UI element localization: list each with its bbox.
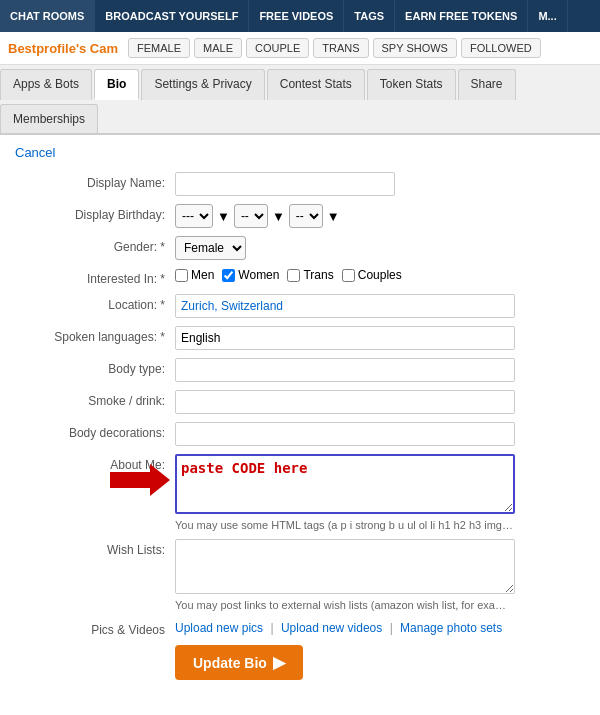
cat-btn-followed[interactable]: FOLLOWED (461, 38, 541, 58)
pics-videos-links: Upload new pics | Upload new videos | Ma… (175, 621, 502, 635)
birthday-sep1: ▼ (217, 209, 230, 224)
display-birthday-label: Display Birthday: (15, 204, 175, 222)
nav-more[interactable]: M... (528, 0, 567, 32)
upload-videos-link[interactable]: Upload new videos (281, 621, 382, 635)
interested-trans-label: Trans (303, 268, 333, 282)
update-bio-arrow-icon: ▶ (273, 653, 285, 672)
category-bar: Bestprofile's Cam FEMALE MALE COUPLE TRA… (0, 32, 600, 65)
smoke-drink-control (175, 390, 585, 414)
tab-token-stats[interactable]: Token Stats (367, 69, 456, 100)
body-type-row: Body type: (15, 358, 585, 382)
nav-tags[interactable]: TAGS (344, 0, 395, 32)
svg-marker-0 (110, 464, 170, 496)
cat-btn-male[interactable]: MALE (194, 38, 242, 58)
about-me-control: You may use some HTML tags (a p i strong… (175, 454, 585, 531)
nav-earn-free-tokens[interactable]: EARN FREE TOKENS (395, 0, 528, 32)
cat-btn-female[interactable]: FEMALE (128, 38, 190, 58)
nav-chat-rooms[interactable]: CHAT ROOMS (0, 0, 95, 32)
manage-photo-sets-link[interactable]: Manage photo sets (400, 621, 502, 635)
body-decorations-control (175, 422, 585, 446)
wish-lists-label: Wish Lists: (15, 539, 175, 557)
gender-control: Female Male (175, 236, 585, 260)
top-navigation: CHAT ROOMS BROADCAST YOURSELF FREE VIDEO… (0, 0, 600, 32)
spoken-languages-row: Spoken languages: * (15, 326, 585, 350)
pics-videos-label: Pics & Videos (15, 619, 175, 637)
location-input[interactable] (175, 294, 515, 318)
body-decorations-label: Body decorations: (15, 422, 175, 440)
body-decorations-input[interactable] (175, 422, 515, 446)
bio-form-content: Cancel Display Name: Display Birthday: -… (0, 135, 600, 690)
display-birthday-row: Display Birthday: --- ▼ -- ▼ -- ▼ (15, 204, 585, 228)
birthday-day-select[interactable]: -- (234, 204, 268, 228)
smoke-drink-input[interactable] (175, 390, 515, 414)
cat-btn-couple[interactable]: COUPLE (246, 38, 309, 58)
display-birthday-control: --- ▼ -- ▼ -- ▼ (175, 204, 585, 228)
wish-lists-row: Wish Lists: You may post links to extern… (15, 539, 585, 611)
update-bio-button[interactable]: Update Bio ▶ (175, 645, 303, 680)
about-me-textarea[interactable] (175, 454, 515, 514)
location-control (175, 294, 585, 318)
display-name-control (175, 172, 585, 196)
wish-lists-textarea[interactable] (175, 539, 515, 594)
tab-settings-privacy[interactable]: Settings & Privacy (141, 69, 264, 100)
spoken-languages-control (175, 326, 585, 350)
location-row: Location: * (15, 294, 585, 318)
about-me-row: About Me: You may use some HTML tags (a … (15, 454, 585, 531)
cat-btn-spy-shows[interactable]: SPY SHOWS (373, 38, 457, 58)
tab-share[interactable]: Share (458, 69, 516, 100)
display-name-label: Display Name: (15, 172, 175, 190)
cam-name: Bestprofile's Cam (8, 41, 118, 56)
about-me-hint: You may use some HTML tags (a p i strong… (175, 519, 515, 531)
cancel-link[interactable]: Cancel (15, 145, 585, 160)
birthday-sep2: ▼ (272, 209, 285, 224)
wish-lists-hint: You may post links to external wish list… (175, 599, 515, 611)
interested-trans-checkbox[interactable] (287, 269, 300, 282)
wish-lists-control: You may post links to external wish list… (175, 539, 585, 611)
tab-memberships[interactable]: Memberships (0, 104, 98, 133)
gender-row: Gender: * Female Male (15, 236, 585, 260)
interested-men-label: Men (191, 268, 214, 282)
spoken-languages-label: Spoken languages: * (15, 326, 175, 344)
birthday-sep3: ▼ (327, 209, 340, 224)
interested-women-label: Women (238, 268, 279, 282)
nav-free-videos[interactable]: FREE VIDEOS (249, 0, 344, 32)
body-type-control (175, 358, 585, 382)
interested-row: Interested In: * Men Women Trans Couples (15, 268, 585, 286)
body-type-input[interactable] (175, 358, 515, 382)
birthday-year-select[interactable]: -- (289, 204, 323, 228)
update-bio-label: Update Bio (193, 655, 267, 671)
body-decorations-row: Body decorations: (15, 422, 585, 446)
pipe-2: | (390, 621, 393, 635)
interested-women-checkbox[interactable] (222, 269, 235, 282)
smoke-drink-label: Smoke / drink: (15, 390, 175, 408)
cat-btn-trans[interactable]: TRANS (313, 38, 368, 58)
pipe-1: | (270, 621, 273, 635)
interested-women: Women (222, 268, 279, 282)
display-name-row: Display Name: (15, 172, 585, 196)
arrow-indicator (110, 462, 170, 501)
interested-trans: Trans (287, 268, 333, 282)
pics-videos-row: Pics & Videos Upload new pics | Upload n… (15, 619, 585, 637)
interested-couples: Couples (342, 268, 402, 282)
upload-pics-link[interactable]: Upload new pics (175, 621, 263, 635)
body-type-label: Body type: (15, 358, 175, 376)
section-tabs: Apps & Bots Bio Settings & Privacy Conte… (0, 65, 600, 135)
arrow-icon (110, 462, 170, 498)
tab-apps-bots[interactable]: Apps & Bots (0, 69, 92, 100)
tab-bio[interactable]: Bio (94, 69, 139, 100)
gender-label: Gender: * (15, 236, 175, 254)
spoken-languages-input[interactable] (175, 326, 515, 350)
nav-broadcast-yourself[interactable]: BROADCAST YOURSELF (95, 0, 249, 32)
birthday-month-select[interactable]: --- (175, 204, 213, 228)
interested-control: Men Women Trans Couples (175, 268, 585, 282)
interested-men: Men (175, 268, 214, 282)
location-label: Location: * (15, 294, 175, 312)
interested-label: Interested In: * (15, 268, 175, 286)
interested-men-checkbox[interactable] (175, 269, 188, 282)
smoke-drink-row: Smoke / drink: (15, 390, 585, 414)
gender-select[interactable]: Female Male (175, 236, 246, 260)
interested-couples-checkbox[interactable] (342, 269, 355, 282)
tab-contest-stats[interactable]: Contest Stats (267, 69, 365, 100)
display-name-input[interactable] (175, 172, 395, 196)
interested-couples-label: Couples (358, 268, 402, 282)
